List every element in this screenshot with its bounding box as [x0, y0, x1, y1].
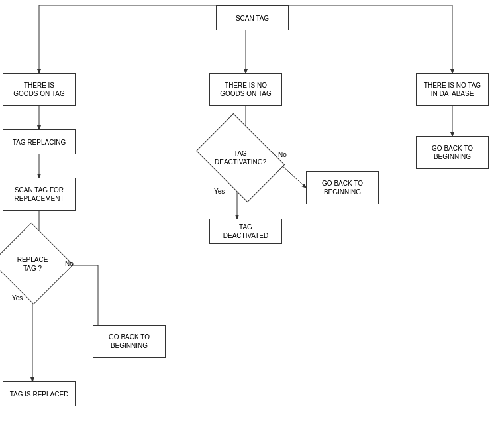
tag-deactivated-label: TAGDEACTIVATED [223, 223, 269, 240]
replace-tag-diamond: REPLACETAG ? [3, 235, 62, 292]
goods-on-tag-box: THERE ISGOODS ON TAG [3, 73, 76, 106]
tag-deactivating-diamond-label: TAGDEACTIVATING? [215, 149, 266, 166]
replace-tag-diamond-label: REPLACETAG ? [17, 255, 48, 273]
no-tag-db-label: THERE IS NO TAGIN DATABASE [424, 81, 481, 98]
tag-deactivated-box: TAGDEACTIVATED [209, 219, 282, 244]
scan-tag-label: SCAN TAG [236, 14, 269, 23]
go-back-mid-box: GO BACK TOBEGINNING [306, 171, 379, 204]
no-label-left: No [65, 260, 74, 267]
tag-is-replaced-label: TAG IS REPLACED [10, 390, 69, 398]
scan-tag-replacement-box: SCAN TAG FORREPLACEMENT [3, 178, 76, 211]
go-back-right-box: GO BACK TOBEGINNING [416, 136, 489, 169]
go-back-left-label: GO BACK TOBEGINNING [109, 333, 150, 350]
goods-on-tag-label: THERE ISGOODS ON TAG [13, 81, 64, 98]
no-tag-db-box: THERE IS NO TAGIN DATABASE [416, 73, 489, 106]
tag-deactivating-diamond: TAGDEACTIVATING? [204, 131, 277, 184]
yes-label-left: Yes [12, 294, 23, 302]
no-goods-on-tag-box: THERE IS NOGOODS ON TAG [209, 73, 282, 106]
scan-tag-replacement-label: SCAN TAG FORREPLACEMENT [14, 186, 64, 203]
yes-label-mid: Yes [214, 188, 225, 195]
go-back-right-label: GO BACK TOBEGINNING [432, 144, 473, 161]
no-goods-on-tag-label: THERE IS NOGOODS ON TAG [220, 81, 271, 98]
scan-tag-box: SCAN TAG [216, 5, 289, 30]
go-back-left-box: GO BACK TOBEGINNING [93, 325, 166, 358]
no-label-mid: No [278, 151, 287, 158]
tag-is-replaced-box: TAG IS REPLACED [3, 381, 76, 406]
go-back-mid-label: GO BACK TOBEGINNING [322, 179, 363, 196]
tag-replacing-label: TAG REPLACING [13, 138, 66, 147]
tag-replacing-box: TAG REPLACING [3, 129, 76, 154]
